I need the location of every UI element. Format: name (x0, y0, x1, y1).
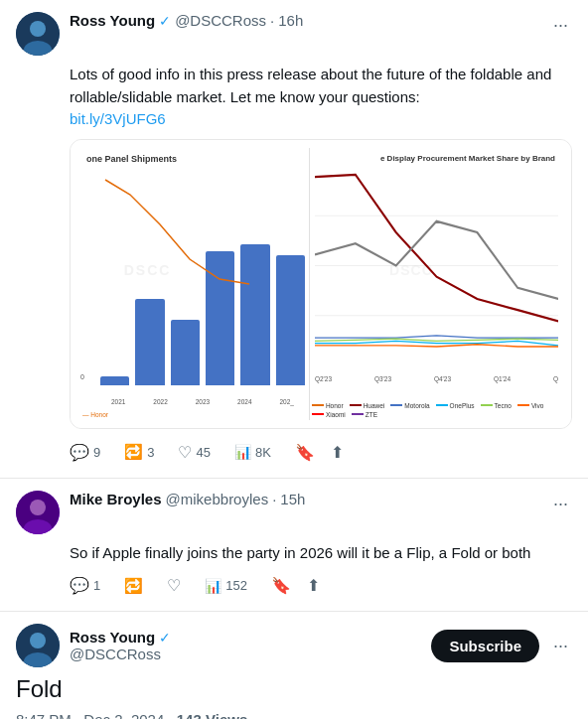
tweet-2-body: So if Apple finally joins the party in 2… (70, 542, 572, 600)
bar-2022 (171, 320, 200, 384)
retweet-icon-1: 🔁 (124, 443, 143, 461)
like-icon-1: ♡ (178, 443, 192, 462)
bar-x-labels: 2021 2022 2023 2024 202_ (100, 398, 305, 405)
share-action-1[interactable]: ⬆ (331, 439, 352, 466)
views-count-2: 152 (225, 578, 247, 593)
comment-count-2: 1 (93, 578, 100, 593)
bookmark-icon-2: 🔖 (271, 576, 291, 595)
svg-point-1 (30, 21, 46, 37)
svg-point-10 (30, 633, 46, 648)
tweet-1-username[interactable]: Ross Young (70, 12, 155, 29)
views-count-1: 8K (255, 445, 271, 460)
bar-chart-bars (100, 170, 305, 385)
tweet-2-username[interactable]: Mike Broyles (70, 491, 162, 507)
tweet-1-time: 16h (278, 12, 303, 29)
share-action-2[interactable]: ⬆ (307, 572, 328, 599)
like-action-1[interactable]: ♡ 45 (178, 439, 218, 466)
tweet-chart-image[interactable]: one Panel Shipments DSCC 0 (70, 139, 572, 429)
tweet-3-meta: Ross Young ✓ @DSCCRoss (70, 629, 421, 662)
comment-icon-1: 💬 (70, 443, 89, 462)
retweet-action-1[interactable]: 🔁 3 (124, 439, 162, 465)
tweet-1-text: Lots of good info in this press release … (70, 64, 572, 131)
tweet-1-link[interactable]: bit.ly/3VjUFG6 (70, 110, 166, 127)
retweet-action-2[interactable]: 🔁 (124, 573, 151, 599)
avatar-mike[interactable] (16, 491, 60, 534)
views-icon-1: 📊 (234, 444, 251, 460)
verified-icon-1: ✓ (159, 13, 171, 29)
tweet-3-header: Ross Young ✓ @DSCCRoss Subscribe ··· (16, 624, 572, 667)
share-icon-1: ⬆ (331, 443, 344, 462)
bar-2023 (206, 251, 234, 385)
like-count-1: 45 (196, 445, 210, 460)
line-chart-svg (315, 166, 558, 365)
tweet-2-meta: Mike Broyles @mikebbroyles · 15h (70, 491, 539, 507)
tweet-1-actions: 💬 9 🔁 3 ♡ 45 📊 8K 🔖 ⬆ (70, 439, 572, 466)
timestamp-row: 8:47 PM · Dec 2, 2024 · 143 Views (16, 711, 572, 719)
like-action-2[interactable]: ♡ (167, 572, 189, 599)
bar-chart: one Panel Shipments DSCC 0 (78, 148, 310, 420)
retweet-count-1: 3 (147, 445, 154, 460)
tweet-1-handle[interactable]: @DSCCRoss (175, 12, 266, 29)
tweet-2-actions: 💬 1 🔁 ♡ 📊 152 🔖 ⬆ (70, 572, 572, 599)
comment-icon-2: 💬 (70, 576, 89, 595)
tweet-2-handle[interactable]: @mikebbroyles (166, 491, 269, 507)
bar-2021 (135, 299, 164, 385)
more-options-2[interactable]: ··· (549, 491, 572, 516)
x-axis-labels: Q2'23 Q3'23 Q4'23 Q1'24 Q (315, 375, 558, 382)
comment-action-1[interactable]: 💬 9 (70, 439, 108, 466)
bar-legend: — Honor (82, 411, 108, 418)
line-chart-legend: Honor Huawei Motorola OnePlus Tecno Vivo… (312, 402, 561, 418)
more-options-3[interactable]: ··· (549, 633, 572, 658)
chart-left-title: one Panel Shipments (80, 150, 183, 168)
share-icon-2: ⬆ (307, 576, 320, 595)
bookmark-icon-1: 🔖 (295, 443, 315, 462)
avatar-ross-3[interactable] (16, 624, 60, 667)
tweet-2: Mike Broyles @mikebbroyles · 15h ··· So … (0, 479, 588, 613)
tweet-3-handle[interactable]: @DSCCRoss (70, 646, 421, 662)
views-action-1[interactable]: 📊 8K (234, 440, 279, 464)
bar-2024 (240, 244, 269, 384)
subscribe-button[interactable]: Subscribe (431, 630, 539, 662)
bar-2025 (276, 255, 305, 384)
tweet-3-username[interactable]: Ross Young (70, 629, 155, 646)
like-icon-2: ♡ (167, 576, 181, 595)
tweet-2-text: So if Apple finally joins the party in 2… (70, 542, 572, 565)
tweet-1-header: Ross Young ✓ @DSCCRoss · 16h ··· (16, 12, 572, 56)
tweet-2-header: Mike Broyles @mikebbroyles · 15h ··· (16, 491, 572, 534)
verified-icon-3: ✓ (159, 630, 171, 646)
views-count-3[interactable]: 143 Views (177, 711, 247, 719)
comment-count-1: 9 (93, 445, 100, 460)
more-options-1[interactable]: ··· (549, 12, 572, 38)
timestamp: 8:47 PM · Dec 2, 2024 (16, 711, 164, 719)
bookmark-action-2[interactable]: 🔖 (271, 572, 299, 599)
tweet-1-meta: Ross Young ✓ @DSCCRoss · 16h (70, 12, 539, 29)
avatar-ross-1[interactable] (16, 12, 60, 56)
bar-2020 (100, 376, 129, 385)
views-action-2[interactable]: 📊 152 (205, 574, 255, 598)
svg-point-7 (30, 500, 46, 515)
comment-action-2[interactable]: 💬 1 (70, 572, 108, 599)
tweet-2-time: 15h (280, 491, 305, 507)
retweet-icon-2: 🔁 (124, 577, 143, 595)
chart-right-title: e Display Procurement Market Share by Br… (312, 150, 561, 167)
tweet-3: Ross Young ✓ @DSCCRoss Subscribe ··· Fol… (0, 612, 588, 719)
tweet-1: Ross Young ✓ @DSCCRoss · 16h ··· Lots of… (0, 0, 588, 479)
fold-text: Fold (16, 675, 572, 703)
bookmark-action-1[interactable]: 🔖 (295, 439, 323, 466)
line-chart: e Display Procurement Market Share by Br… (310, 148, 563, 420)
views-icon-2: 📊 (205, 578, 221, 594)
tweet-1-body: Lots of good info in this press release … (70, 64, 572, 466)
